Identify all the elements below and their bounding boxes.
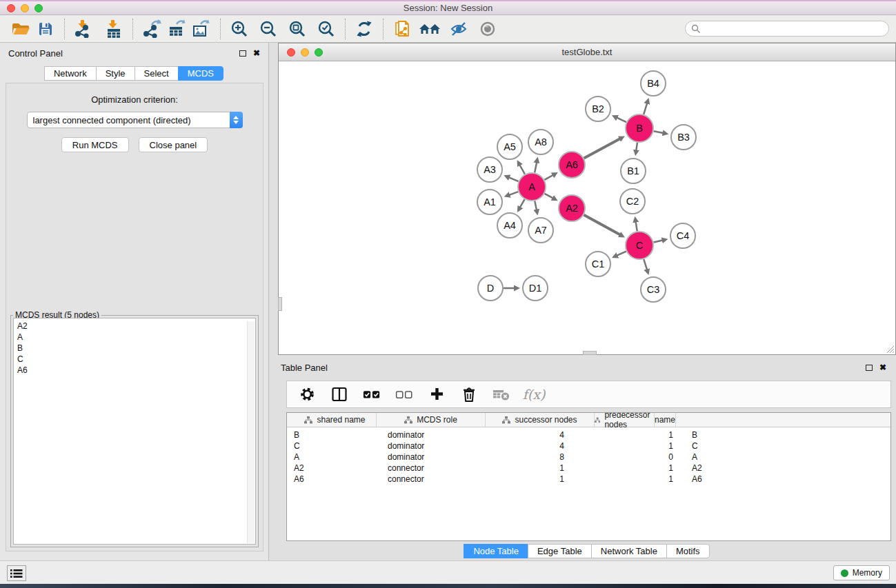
import-table-icon[interactable] [101,17,126,41]
graph-edge-A-A8[interactable] [535,162,537,172]
graph-edge-B-B1[interactable] [636,143,637,151]
graph-node-label-A8: A8 [535,136,547,148]
zoom-window-button[interactable] [34,4,43,12]
graph-edge-A-A4[interactable] [520,199,525,207]
column-header[interactable]: name [655,413,676,427]
close-window-button[interactable] [7,4,15,12]
delete-column-icon[interactable] [460,385,478,403]
column-header[interactable]: successor nodes [486,413,595,427]
graph-edge-C-C2[interactable] [636,222,637,232]
minimize-window-button[interactable] [21,4,29,12]
control-panel-tab[interactable]: MCDS [178,66,223,81]
table-toolbar: f(x) [286,381,891,408]
close-panel-icon[interactable]: ✖ [253,50,260,57]
add-column-icon[interactable] [428,385,446,403]
column-header[interactable]: shared name [294,413,377,427]
mcds-result-item[interactable]: A6 [14,365,255,376]
criterion-dropdown[interactable]: largest connected component (directed) [27,112,243,128]
save-session-icon[interactable] [33,17,58,41]
mcds-result-item[interactable]: C [14,354,255,365]
export-image-icon[interactable] [189,17,214,41]
table-tab[interactable]: Edge Table [528,544,592,558]
deselect-all-icon[interactable] [395,385,413,403]
graph-edge-A-A1[interactable] [509,192,518,195]
table-row[interactable]: A2 connector 1 1 A2 [287,463,890,474]
float-panel-icon[interactable] [239,50,246,57]
graph-edge-A-A6[interactable] [544,175,552,180]
graph-node-label-D: D [487,283,494,294]
graph-node-label-A3: A3 [484,164,496,175]
graph-edge-A-A3[interactable] [509,177,519,181]
network-minimize-button[interactable] [301,48,309,57]
toolbar-separator [64,19,65,39]
float-table-panel-icon[interactable] [866,365,873,371]
import-network-icon[interactable] [71,17,96,41]
graph-edge-A-A2[interactable] [545,194,553,198]
export-network-icon[interactable] [139,17,164,41]
memory-status-icon [841,569,848,577]
control-panel-tab[interactable]: Style [96,66,135,81]
network-graph[interactable]: AA1A2A3A4A5A6A7A8BB1B2B3B4CC1C2C3C4DD1 [279,62,895,354]
zoom-out-icon[interactable] [256,17,281,41]
close-panel-button[interactable]: Close panel [139,137,208,152]
table-row[interactable]: B dominator 4 1 B [287,429,890,440]
search-field[interactable] [685,21,889,37]
mcds-result-item[interactable]: A [14,332,255,343]
column-header[interactable]: MCDS role [377,413,486,427]
graph-edge-C-C1[interactable] [617,252,626,256]
graph-node-label-C1: C1 [592,258,605,270]
double-home-icon[interactable] [417,17,442,41]
split-view-icon[interactable] [330,385,348,403]
resize-grip-icon[interactable] [885,344,895,354]
workspace: Control Panel ✖ NetworkStyleSelectMCDS O… [0,43,896,560]
delete-table-icon[interactable] [492,385,510,403]
bottom-splitter-handle[interactable] [583,351,597,355]
graph-edge-C-C3[interactable] [644,259,647,270]
task-history-button[interactable] [7,565,26,581]
control-panel-tab[interactable]: Select [135,66,179,81]
graph-edge-A-A5[interactable] [519,165,524,174]
zoom-fit-icon[interactable] [285,17,310,41]
graph-edge-B-B4[interactable] [644,103,647,114]
table-row[interactable]: A6 connector 1 1 A6 [287,474,890,485]
mcds-result-item[interactable]: B [14,343,255,354]
graph-node-label-B1: B1 [627,165,639,176]
graph-edge-A2-C[interactable] [584,215,620,235]
table-panel: Table Panel ✖ [278,357,896,560]
table-row[interactable]: C dominator 4 1 C [287,440,890,452]
graph-edge-B-B3[interactable] [654,131,664,133]
graph-node-label-A6: A6 [566,159,578,170]
table-row[interactable]: A dominator 8 0 A [287,452,890,463]
preview-eye-icon[interactable] [475,17,500,41]
settings-gear-icon[interactable] [298,385,316,403]
function-builder-icon[interactable]: f(x) [525,385,543,403]
graph-edge-C-C4[interactable] [653,241,662,243]
close-table-panel-icon[interactable]: ✖ [879,364,886,371]
refresh-layout-icon[interactable] [352,17,377,41]
clone-network-icon[interactable] [390,17,415,41]
table-tab[interactable]: Node Table [464,544,528,558]
open-session-icon[interactable] [8,17,33,41]
table-tab[interactable]: Motifs [666,544,710,558]
graph-edge-A6-B[interactable] [584,139,620,158]
zoom-in-icon[interactable] [227,17,252,41]
graph-edge-A-A7[interactable] [535,201,537,210]
export-table-icon[interactable] [164,17,189,41]
mcds-result-item[interactable]: A2 [14,321,255,332]
select-all-icon[interactable] [363,385,381,403]
control-panel-tab[interactable]: Network [44,66,97,81]
network-close-button[interactable] [287,48,295,57]
app-window: Session: New Session [0,0,896,588]
hide-graphics-icon[interactable] [446,17,471,41]
search-input[interactable] [701,23,888,35]
memory-button[interactable]: Memory [833,565,890,580]
result-list-scrollbar[interactable] [247,321,255,543]
column-header[interactable]: predecessor nodes [595,413,655,427]
graph-edge-B-B2[interactable] [617,118,626,122]
zoom-selected-icon[interactable] [314,17,339,41]
table-tab[interactable]: Network Table [591,544,667,558]
network-canvas[interactable]: AA1A2A3A4A5A6A7A8BB1B2B3B4CC1C2C3C4DD1 [279,62,895,354]
network-zoom-button[interactable] [315,48,323,57]
run-mcds-button[interactable]: Run MCDS [61,137,129,152]
left-splitter-handle[interactable] [278,297,282,311]
